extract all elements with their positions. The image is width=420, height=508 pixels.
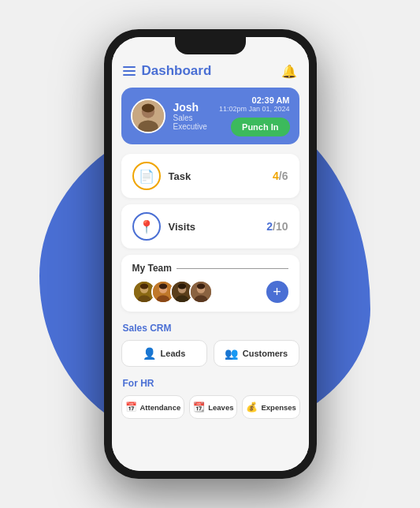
hr-section-label: For HR [112,373,309,392]
profile-role: Sales Executive [173,114,211,131]
attendance-icon: 📅 [125,402,137,413]
team-member-4 [189,280,213,304]
team-title: My Team [132,263,172,274]
bell-icon[interactable]: 🔔 [281,62,298,80]
expenses-label: Expenses [261,403,295,412]
task-card[interactable]: 📄 Task 4/6 [121,154,299,198]
svg-point-15 [177,284,185,289]
header-left: Dashboard [123,63,212,79]
time-sub: 11:02pm Jan 01, 2024 [219,105,290,113]
phone-frame: Dashboard 🔔 Josh Sales Exe [104,29,317,479]
leads-button[interactable]: 👤 Leads [121,340,207,367]
screen-content: Dashboard 🔔 Josh Sales Exe [112,37,309,471]
leads-icon: 👤 [143,347,156,360]
phone-screen: Dashboard 🔔 Josh Sales Exe [112,37,309,471]
svg-point-19 [196,284,204,289]
team-header: My Team [132,263,288,274]
expenses-button[interactable]: 💰 Expenses [242,395,299,419]
header: Dashboard 🔔 [112,54,309,84]
customers-label: Customers [243,349,288,358]
visits-num-done: 2 [266,220,273,233]
team-card: My Team [121,255,299,312]
task-icon: 📄 [132,162,161,190]
sales-crm-label: Sales CRM [112,318,309,337]
leaves-icon: 📆 [193,402,205,413]
svg-point-7 [139,284,147,289]
visits-label: Visits [169,221,259,233]
page-title: Dashboard [142,63,212,79]
leaves-button[interactable]: 📆 Leaves [189,395,237,419]
task-num-total: /6 [279,170,288,182]
attendance-label: Attendance [140,403,181,412]
hr-buttons-row: 📅 Attendance 📆 Leaves 💰 Expenses [112,392,309,425]
team-divider [177,268,288,269]
crm-buttons-row: 👤 Leads 👥 Customers [112,337,309,373]
phone-notch [175,37,246,54]
visits-card[interactable]: 📍 Visits 2/10 [121,204,299,248]
expenses-icon: 💰 [246,402,258,413]
profile-info: Josh Sales Executive [173,101,211,131]
leaves-label: Leaves [208,403,233,412]
team-body: + [132,280,288,304]
task-label: Task [169,170,266,182]
time-main: 02:39 AM [219,95,290,105]
hamburger-icon[interactable] [123,66,136,76]
time-info: 02:39 AM 11:02pm Jan 01, 2024 [219,95,290,113]
svg-point-11 [158,284,166,289]
customers-button[interactable]: 👥 Customers [214,340,299,367]
visits-icon: 📍 [132,212,161,241]
profile-right: 02:39 AM 11:02pm Jan 01, 2024 Punch In [219,95,290,136]
task-num-done: 4 [273,170,279,182]
visits-num-total: /10 [273,220,288,233]
avatar [131,99,165,133]
leads-label: Leads [161,349,186,358]
team-avatars [132,280,213,304]
punch-in-button[interactable]: Punch In [231,118,289,136]
profile-card: Josh Sales Executive 02:39 AM 11:02pm Ja… [121,88,299,144]
profile-name: Josh [173,101,211,114]
task-value: 4/6 [273,170,288,182]
attendance-button[interactable]: 📅 Attendance [121,395,185,419]
add-team-member-button[interactable]: + [266,281,288,303]
customers-icon: 👥 [225,347,238,360]
visits-value: 2/10 [266,220,288,233]
svg-point-3 [141,104,154,113]
